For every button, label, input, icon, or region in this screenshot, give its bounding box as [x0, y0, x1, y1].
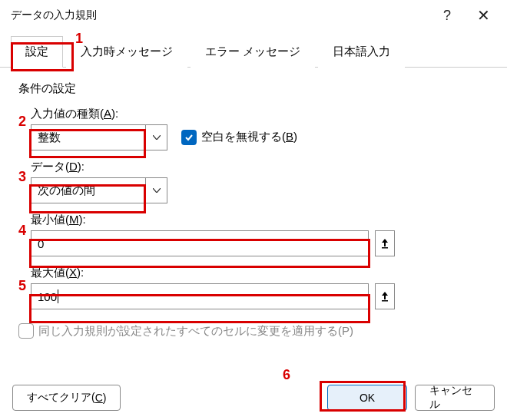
ignore-blank-checkbox[interactable]: 空白を無視する(B) [181, 130, 297, 145]
svg-rect-1 [382, 247, 388, 249]
allow-select-text: 整数 [31, 125, 145, 150]
svg-rect-2 [384, 296, 386, 299]
data-select[interactable]: 次の値の間 [31, 177, 167, 203]
max-input[interactable]: 100 [31, 283, 369, 309]
text-cursor [58, 289, 58, 303]
max-row: 最大値(X): 100 [18, 266, 489, 309]
max-range-button[interactable] [375, 283, 395, 309]
clear-all-button[interactable]: すべてクリア(C) [12, 385, 121, 411]
annotation-marker-6: 6 [283, 367, 290, 383]
max-label: 最大値(X): [31, 266, 489, 280]
min-row: 最小値(M): 0 [18, 213, 489, 256]
apply-all-label: 同じ入力規則が設定されたすべてのセルに変更を適用する(P) [38, 324, 353, 339]
tab-strip: 設定 入力時メッセージ エラー メッセージ 日本語入力 [0, 35, 507, 68]
tab-ime[interactable]: 日本語入力 [318, 36, 405, 68]
chevron-down-icon [153, 188, 161, 193]
allow-row: 入力値の種類(A): 整数 空白を無視する(B) [18, 107, 489, 150]
svg-rect-0 [384, 243, 386, 246]
data-select-arrow[interactable] [145, 178, 167, 203]
allow-label: 入力値の種類(A): [31, 107, 167, 121]
allow-select[interactable]: 整数 [31, 124, 167, 150]
data-select-text: 次の値の間 [31, 178, 145, 203]
cancel-button[interactable]: キャンセル [415, 385, 495, 411]
data-label: データ(D): [31, 160, 489, 174]
dialog-footer: すべてクリア(C) OK キャンセル [0, 385, 507, 411]
tab-settings[interactable]: 設定 [11, 36, 63, 68]
data-row: データ(D): 次の値の間 [18, 160, 489, 203]
settings-pane: 条件の設定 入力値の種類(A): 整数 空白を無視する( [0, 68, 507, 341]
min-range-button[interactable] [375, 230, 395, 256]
min-label: 最小値(M): [31, 213, 489, 227]
chevron-down-icon [153, 135, 161, 140]
ignore-blank-label: 空白を無視する(B) [201, 130, 297, 144]
tab-input-message[interactable]: 入力時メッセージ [66, 36, 187, 68]
dialog-title: データの入力規則 [11, 8, 439, 22]
apply-all-checkbox: 同じ入力規則が設定されたすべてのセルに変更を適用する(P) [18, 323, 353, 339]
range-selector-icon [380, 291, 389, 302]
checkbox-icon [181, 130, 197, 145]
allow-select-arrow[interactable] [145, 125, 167, 150]
help-button[interactable]: ? [439, 8, 456, 24]
apply-all-row: 同じ入力規則が設定されたすべてのセルに変更を適用する(P) [18, 323, 489, 341]
ok-button[interactable]: OK [327, 385, 407, 411]
tab-error-message[interactable]: エラー メッセージ [191, 36, 315, 68]
range-selector-icon [380, 238, 389, 249]
close-button[interactable]: ✕ [469, 6, 498, 25]
checkbox-icon [18, 323, 34, 339]
titlebar: データの入力規則 ? ✕ [0, 0, 507, 31]
svg-rect-3 [382, 300, 388, 302]
min-input[interactable]: 0 [31, 230, 369, 256]
group-label: 条件の設定 [18, 81, 489, 96]
